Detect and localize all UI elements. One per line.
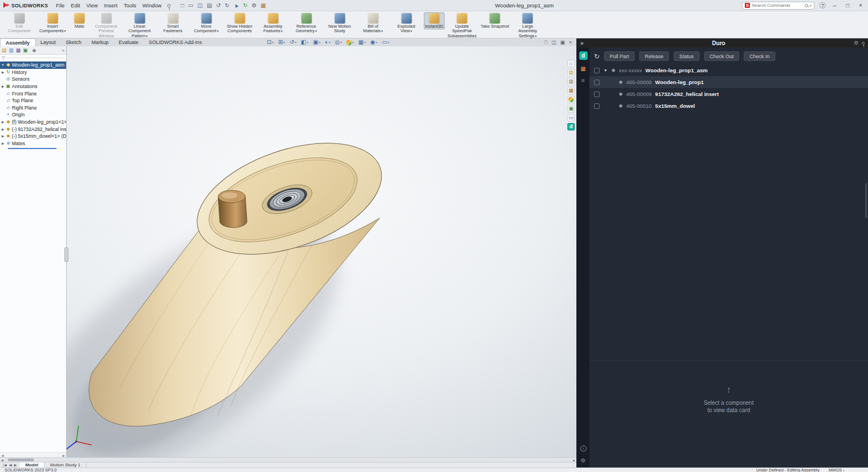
search-caret-icon[interactable]: ▾ xyxy=(810,3,811,7)
assembly-features-button[interactable]: Assembly Features▾ xyxy=(257,12,289,34)
smart-fasteners-button[interactable]: Smart Fasteners xyxy=(157,12,189,34)
featuremanager-tab-icon[interactable]: ▤ xyxy=(2,48,7,53)
tree-item-f-wooden-leg-prop1-1[interactable]: ▶◆(f) Wooden-leg_prop1<1> xyxy=(0,119,66,126)
tree-item-history[interactable]: ▶↻History xyxy=(0,69,66,76)
viewport-horizontal-scrollbar[interactable]: ◀ ▶ xyxy=(0,457,576,462)
update-speedpak-subassemblies-button[interactable]: Update SpeedPak Subassemblies xyxy=(446,12,478,39)
mate-button[interactable]: Mate xyxy=(70,12,89,29)
tree-item-annotations[interactable]: ▶▣Annotations xyxy=(0,83,66,90)
move-component-button[interactable]: Move Component▾ xyxy=(190,12,222,34)
expand-caret-icon[interactable]: ▼ xyxy=(1,63,5,67)
minimize-button[interactable]: – xyxy=(831,2,839,8)
tree-item-right-plane[interactable]: ▱Right Plane xyxy=(0,104,66,112)
expand-caret-icon[interactable]: ▶ xyxy=(1,120,5,124)
edit-appearance-icon[interactable]: ▾ xyxy=(346,40,354,45)
duro-logo-icon[interactable]: d xyxy=(579,51,588,60)
section-view-icon[interactable]: ◧▾ xyxy=(301,40,308,45)
redo-icon[interactable]: ↻ xyxy=(225,3,229,8)
panel-pin-icon[interactable] xyxy=(862,42,865,45)
release-button[interactable]: Release xyxy=(639,51,669,61)
tab-solidworks-add-ins[interactable]: SOLIDWORKS Add-Ins xyxy=(144,38,207,46)
maximize-button[interactable]: □ xyxy=(844,2,852,8)
component-row-wooden-leg-prop1[interactable]: ◆465-00008Wooden-leg_prop1 xyxy=(589,76,868,88)
units-selector[interactable]: MMGS ▾ xyxy=(828,467,844,472)
expand-caret-icon[interactable]: ▶ xyxy=(1,134,5,138)
bill-of-materials-button[interactable]: Bill of Materials▾ xyxy=(357,12,389,34)
linear-component-pattern-button[interactable]: Linear Component Pattern▾ xyxy=(124,12,155,39)
pin-menu-icon[interactable] xyxy=(167,4,171,7)
duro-settings-icon[interactable]: ⚙ xyxy=(581,458,586,464)
view-settings-icon[interactable]: ◉▾ xyxy=(370,40,377,45)
wooden-leg-3d-model[interactable] xyxy=(0,46,576,457)
split-viewport-icon[interactable]: ◫ xyxy=(552,40,557,45)
expand-caret-icon[interactable]: ▶ xyxy=(1,142,5,145)
row-checkbox[interactable] xyxy=(594,68,600,73)
exploded-view-button[interactable]: Exploded View▾ xyxy=(390,12,422,34)
tab-assembly[interactable]: Assembly xyxy=(0,38,36,46)
maximize-viewport-icon[interactable]: □ xyxy=(544,40,547,45)
design-library-icon[interactable]: ▤ xyxy=(567,69,575,76)
tree-item-top-plane[interactable]: ▱Top Plane xyxy=(0,97,66,104)
view-orientation-icon[interactable]: ▣▾ xyxy=(313,40,320,45)
previous-view-icon[interactable]: ↺▾ xyxy=(289,40,296,45)
comment-icon[interactable]: ▭▾ xyxy=(382,40,389,45)
large-assembly-settings-button[interactable]: Large Assembly Settings▾ xyxy=(512,12,544,39)
expand-caret-icon[interactable]: ▶ xyxy=(1,71,5,74)
appearances-scenes-icon[interactable] xyxy=(567,96,575,103)
scrollbar-thumb[interactable] xyxy=(8,458,34,461)
expand-caret-icon[interactable]: ▶ xyxy=(1,85,5,88)
solidworks-resources-icon[interactable]: ⌂ xyxy=(567,60,575,67)
component-row-91732a262-helical-insert[interactable]: ◆465-0000991732A262_helical insert xyxy=(589,88,868,100)
pull-part-button[interactable]: Pull Part xyxy=(604,51,635,61)
undo-icon[interactable]: ↺ xyxy=(216,3,220,8)
insert-components-button[interactable]: Insert Components▾ xyxy=(37,12,68,34)
instant3d-button[interactable]: Instant3D xyxy=(424,12,445,29)
filter-input[interactable] xyxy=(7,58,64,58)
tab-motion-study-1[interactable]: Motion Study 1 xyxy=(45,462,86,467)
check-in-button[interactable]: Check In xyxy=(744,51,775,61)
tile-viewport-icon[interactable]: ▣ xyxy=(560,40,565,45)
color-swatch-icon[interactable]: ▦ xyxy=(261,3,266,8)
rollback-bar[interactable] xyxy=(8,148,57,149)
tree-scrollbar[interactable]: ◀ ▶ xyxy=(0,452,66,457)
component-preview-window-button[interactable]: Component Preview Window xyxy=(90,12,122,39)
options-icon[interactable]: ⚙ xyxy=(251,3,257,8)
menu-window[interactable]: Window xyxy=(142,2,162,8)
tree-item-mates[interactable]: ▶⊕Mates xyxy=(0,140,66,147)
select-cursor-icon[interactable]: ▲ xyxy=(232,2,240,10)
status-button[interactable]: Status xyxy=(674,51,700,61)
row-checkbox[interactable] xyxy=(594,80,600,85)
hide-show-items-icon[interactable]: ◎▾ xyxy=(335,40,342,45)
help-button[interactable]: ? xyxy=(819,2,826,8)
zoom-area-icon[interactable]: ⊞▾ xyxy=(278,40,285,45)
collapse-caret-icon[interactable]: ▼ xyxy=(603,68,608,72)
component-row-wooden-leg-prop1-asm[interactable]: ▼◆xxx-xxxxxWooden-leg_prop1_asm xyxy=(589,64,868,76)
zoom-fit-icon[interactable]: ⊡▾ xyxy=(267,40,274,45)
take-snapshot-button[interactable]: Take Snapshot xyxy=(480,12,510,29)
print-icon[interactable]: ▤ xyxy=(207,3,212,8)
panel-collapse-icon[interactable]: » xyxy=(580,40,584,46)
tab-markup[interactable]: Markup xyxy=(86,38,114,46)
panel-settings-icon[interactable]: ⚙ xyxy=(854,40,858,46)
search-box[interactable]: S ▾ xyxy=(742,2,814,10)
menu-tools[interactable]: Tools xyxy=(124,2,136,8)
list-view-tab-icon[interactable]: ≡ xyxy=(581,78,585,84)
search-icon[interactable] xyxy=(805,4,808,7)
duro-scrollbar[interactable] xyxy=(865,183,867,218)
duro-tab-icon[interactable]: d xyxy=(567,123,575,130)
prev-tab-icon[interactable]: ◀ xyxy=(9,463,12,467)
dimxpertmanager-tab-icon[interactable]: ▣ xyxy=(23,48,28,53)
save-icon[interactable]: ◫ xyxy=(197,3,202,8)
tab-layout[interactable]: Layout xyxy=(36,38,61,46)
cam-tab-icon[interactable]: ◆ xyxy=(32,48,36,53)
propertymanager-tab-icon[interactable]: ▥ xyxy=(9,48,14,53)
tab-evaluate[interactable]: Evaluate xyxy=(114,38,144,46)
assembly-tree-tab-icon[interactable]: ▦ xyxy=(580,66,585,72)
tree-item-front-plane[interactable]: ▱Front Plane xyxy=(0,90,66,97)
menu-insert[interactable]: Insert xyxy=(104,2,118,8)
new-motion-study-button[interactable]: New Motion Study xyxy=(324,12,355,34)
file-explorer-icon[interactable]: ▥ xyxy=(567,78,575,85)
menu-edit[interactable]: Edit xyxy=(71,2,80,8)
more-tabs-icon[interactable]: » xyxy=(62,48,64,53)
display-style-icon[interactable]: ◐▾ xyxy=(325,40,331,45)
